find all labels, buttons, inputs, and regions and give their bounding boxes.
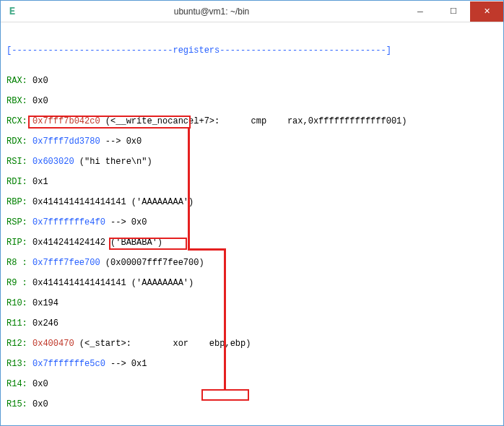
reg-rcx: RCX: 0x7fff7b042c0 (<__write_nocancel+7>… [6, 116, 498, 126]
window-title: ubuntu@vm1: ~/bin [19, 6, 404, 17]
app-icon: E [5, 4, 19, 19]
close-button[interactable]: ✕ [470, 1, 503, 22]
reg-r12: R12: 0x400470 (<_start>: xor ebp,ebp) [6, 339, 498, 349]
reg-r9: R9 : 0x4141414141414141 ('AAAAAAAA') [6, 278, 498, 288]
reg-r11: R11: 0x246 [6, 318, 498, 329]
reg-r14: R14: 0x0 [6, 379, 498, 389]
registers-header: [-------------------------------register… [6, 45, 498, 56]
highlight-connector [188, 248, 225, 251]
reg-rbx: RBX: 0x0 [6, 96, 498, 106]
reg-rsp: RSP: 0x7fffffffe4f0 --> 0x0 [6, 217, 498, 227]
minimize-button[interactable]: ─ [404, 1, 437, 22]
terminal-output[interactable]: [-------------------------------register… [1, 22, 503, 425]
maximize-button[interactable]: ☐ [437, 1, 470, 22]
reg-r10: R10: 0x194 [6, 298, 498, 308]
reg-r8: R8 : 0x7fff7fee700 (0x00007fff7fee700) [6, 258, 498, 268]
window-titlebar: E ubuntu@vm1: ~/bin ─ ☐ ✕ [1, 1, 503, 22]
reg-rax: RAX: 0x0 [6, 76, 498, 86]
reg-rip: RIP: 0x414241424142 ('BABABA') [6, 238, 498, 248]
reg-r15: R15: 0x0 [6, 399, 498, 409]
reg-r13: R13: 0x7fffffffe5c0 --> 0x1 [6, 359, 498, 369]
reg-rdx: RDX: 0x7fff7dd3780 --> 0x0 [6, 136, 498, 147]
reg-rdi: RDI: 0x1 [6, 177, 498, 187]
reg-rsi: RSI: 0x603020 ("hi there\n") [6, 157, 498, 167]
reg-rbp: RBP: 0x4141414141414141 ('AAAAAAAA') [6, 197, 498, 207]
